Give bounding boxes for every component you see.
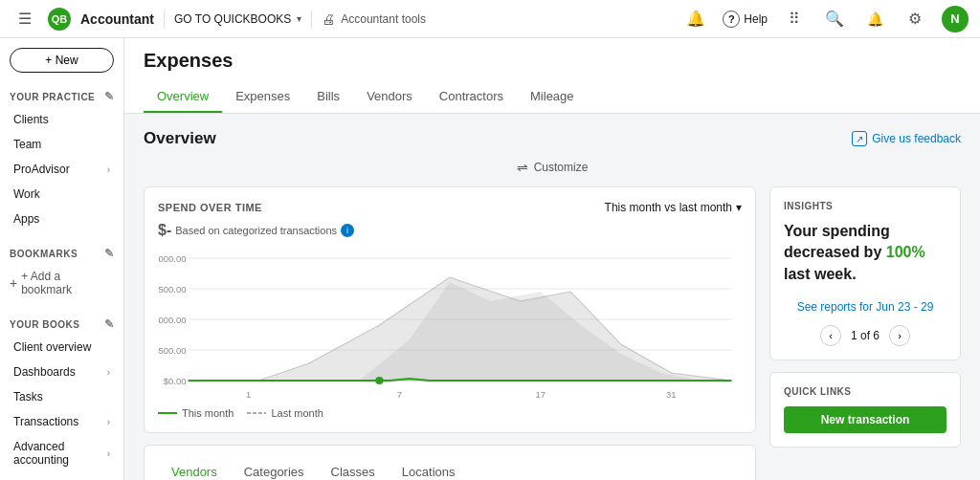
date-filter-label: This month vs last month <box>605 201 732 214</box>
section-title-row: Overview ↗ Give us feedback <box>144 129 961 148</box>
edit-icon[interactable]: ✎ <box>104 90 115 103</box>
bottom-tab-vendors[interactable]: Vendors <box>158 459 231 480</box>
search-button[interactable]: 🔍 <box>821 6 848 33</box>
sidebar-item-clients[interactable]: Clients <box>4 107 120 132</box>
main-column: SPEND OVER TIME This month vs last month… <box>144 186 756 480</box>
bookmarks-section: BOOKMARKS ✎ + + Add a bookmark <box>0 237 123 308</box>
date-filter-button[interactable]: This month vs last month ▾ <box>605 201 742 214</box>
sidebar-item-advanced-accounting[interactable]: Advanced accounting › <box>4 434 120 472</box>
customize-button[interactable]: ⇌ Customize <box>517 160 589 175</box>
filter-chevron-icon: ▾ <box>736 201 742 214</box>
gear-icon: ⚙ <box>908 10 922 28</box>
two-col-layout: SPEND OVER TIME This month vs last month… <box>144 186 961 480</box>
content-area: Expenses Overview Expenses Bills Vendors… <box>124 38 980 480</box>
insights-label: INSIGHTS <box>784 201 947 211</box>
sidebar-item-sales[interactable]: Sales › <box>4 472 120 480</box>
sidebar-item-team[interactable]: Team <box>4 132 120 157</box>
user-avatar[interactable]: N <box>942 6 969 33</box>
bottom-tab-locations[interactable]: Locations <box>389 459 469 480</box>
sidebar-item-proadvisor[interactable]: ProAdvisor › <box>4 157 120 182</box>
insights-next-button[interactable]: › <box>889 325 910 346</box>
svg-text:$2,000.00: $2,000.00 <box>158 254 186 264</box>
help-button[interactable]: ? Help <box>723 11 768 28</box>
apps-grid-button[interactable]: ⠿ <box>781 6 808 33</box>
user-initial: N <box>950 11 959 26</box>
sidebar-item-work[interactable]: Work <box>4 182 120 207</box>
page-title: Expenses <box>144 50 961 72</box>
feedback-icon: ↗ <box>852 131 867 146</box>
nav-divider <box>164 10 165 29</box>
new-transaction-button[interactable]: New transaction <box>784 406 947 433</box>
books-edit-icon[interactable]: ✎ <box>104 317 115 331</box>
your-practice-section: YOUR PRACTICE ✎ Clients Team ProAdvisor … <box>0 80 123 237</box>
feedback-text: Give us feedback <box>872 132 961 145</box>
hamburger-button[interactable]: ☰ <box>11 6 38 33</box>
prev-arrow-icon: ‹ <box>829 330 833 341</box>
svg-text:17: 17 <box>535 390 546 400</box>
svg-text:$0.00: $0.00 <box>164 377 187 386</box>
notification-icon-button[interactable]: 🔔 <box>682 6 709 33</box>
transactions-chevron: › <box>107 417 110 427</box>
sliders-icon: ⇌ <box>517 160 528 175</box>
insights-nav: ‹ 1 of 6 › <box>784 325 947 346</box>
tab-bills[interactable]: Bills <box>303 81 353 113</box>
customize-label: Customize <box>534 161 589 174</box>
sidebar-item-apps[interactable]: Apps <box>4 207 120 231</box>
chart-card-header: SPEND OVER TIME This month vs last month… <box>158 201 742 214</box>
sidebar-item-client-overview[interactable]: Client overview <box>4 335 120 360</box>
notification-icon: 🔔 <box>867 11 883 27</box>
add-bookmark-button[interactable]: + + Add a bookmark <box>0 264 123 302</box>
svg-text:$500.00: $500.00 <box>158 346 186 356</box>
insights-report-link[interactable]: See reports for Jun 23 - 29 <box>784 300 947 314</box>
chevron-down-icon: ▾ <box>297 13 301 24</box>
insights-prev-button[interactable]: ‹ <box>820 325 841 346</box>
sidebar-item-tasks[interactable]: Tasks <box>4 384 120 409</box>
advanced-chevron: › <box>107 448 110 459</box>
svg-text:1: 1 <box>246 390 251 400</box>
legend-last-month: Last month <box>247 407 323 419</box>
sidebar: + New YOUR PRACTICE ✎ Clients Team ProAd… <box>0 38 124 480</box>
bottom-tab-categories[interactable]: Categories <box>231 459 318 480</box>
chart-legend: This month Last month <box>158 407 742 419</box>
search-icon: 🔍 <box>825 10 844 28</box>
content-body: Overview ↗ Give us feedback ⇌ Customize <box>124 114 980 480</box>
insights-card: INSIGHTS Your spending decreased by 100%… <box>769 186 961 360</box>
tab-overview[interactable]: Overview <box>144 81 222 113</box>
go-quickbooks-label: GO TO QUICKBOOKS <box>174 12 291 26</box>
hamburger-icon: ☰ <box>18 10 32 28</box>
bookmarks-edit-icon[interactable]: ✎ <box>104 247 115 260</box>
go-quickbooks-button[interactable]: GO TO QUICKBOOKS ▾ <box>174 12 301 26</box>
customize-bar: ⇌ Customize <box>144 160 961 175</box>
tab-vendors[interactable]: Vendors <box>353 81 426 113</box>
bookmarks-label: BOOKMARKS <box>10 249 78 259</box>
content-header: Expenses Overview Expenses Bills Vendors… <box>124 38 980 114</box>
sidebar-item-dashboards[interactable]: Dashboards › <box>4 360 120 384</box>
info-icon[interactable]: i <box>341 224 354 237</box>
app-title: Accountant <box>80 11 154 27</box>
main-layout: + New YOUR PRACTICE ✎ Clients Team ProAd… <box>0 38 980 480</box>
new-button[interactable]: + New <box>10 48 114 73</box>
gear-button[interactable]: ⚙ <box>902 6 928 33</box>
bell-button[interactable]: 🔔 <box>861 6 888 33</box>
feedback-link[interactable]: ↗ Give us feedback <box>852 131 961 146</box>
svg-text:7: 7 <box>397 390 402 400</box>
spend-chart-svg: $2,000.00 $1,500.00 $1,000.00 $500.00 $0… <box>158 249 742 402</box>
sidebar-item-transactions[interactable]: Transactions › <box>4 409 120 434</box>
help-circle-icon: ? <box>723 11 740 28</box>
svg-point-10 <box>375 377 383 384</box>
side-column: INSIGHTS Your spending decreased by 100%… <box>769 186 961 480</box>
insights-text: Your spending decreased by 100% last wee… <box>784 221 947 285</box>
chart-area: $2,000.00 $1,500.00 $1,000.00 $500.00 $0… <box>158 249 742 402</box>
tab-mileage[interactable]: Mileage <box>517 81 588 113</box>
your-books-section: YOUR BOOKS ✎ Client overview Dashboards … <box>0 308 123 480</box>
top-nav: ☰ QB Accountant GO TO QUICKBOOKS ▾ 🖨 Acc… <box>0 0 980 38</box>
nav-divider2 <box>311 10 312 29</box>
your-books-label: YOUR BOOKS <box>10 319 79 330</box>
svg-text:31: 31 <box>666 390 677 400</box>
bottom-tab-classes[interactable]: Classes <box>318 459 389 480</box>
bottom-tabs-card: Vendors Categories Classes Locations <box>144 445 756 480</box>
bookmarks-header: BOOKMARKS ✎ <box>0 243 123 264</box>
tab-contractors[interactable]: Contractors <box>426 81 517 113</box>
top-nav-right: 🔔 ? Help ⠿ 🔍 🔔 ⚙ N <box>682 6 969 33</box>
tab-expenses[interactable]: Expenses <box>222 81 303 113</box>
